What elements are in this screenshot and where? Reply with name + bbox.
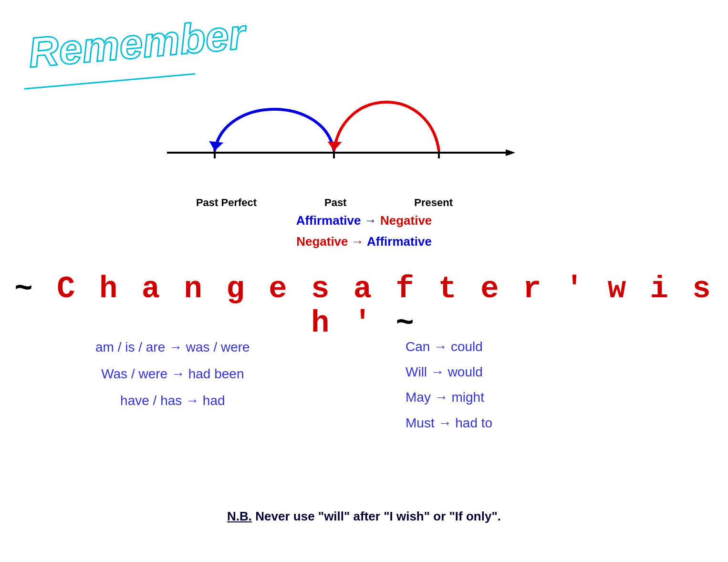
timeline-svg <box>153 57 525 191</box>
changes-left: am / is / are → was / were Was / were → … <box>95 334 250 414</box>
nb-label: N.B. <box>227 509 252 523</box>
aff-neg-section: Affirmative → Negative Negative → Affirm… <box>0 210 728 252</box>
arrow-blue-1: → <box>364 213 380 228</box>
timeline-labels: Past Perfect Past Present <box>162 197 487 209</box>
change-left-1: am / is / are → was / were <box>95 334 250 361</box>
arrow-red-2: → <box>352 234 367 249</box>
aff-neg-line1: Affirmative → Negative <box>0 210 728 231</box>
change-right-3: May → might <box>406 385 492 410</box>
changes-title: ~ C h a n g e s a f t e r ' w i s h ' ~ <box>0 272 728 341</box>
label-past: Past <box>324 197 346 209</box>
affirmative-label-2: Affirmative <box>367 234 432 249</box>
change-right-4: Must → had to <box>406 410 492 436</box>
change-right-2: Will → would <box>406 359 492 385</box>
negative-label-2: Negative <box>296 234 348 249</box>
nb-section: N.B. Never use "will" after "I wish" or … <box>0 509 728 524</box>
change-right-1: Can → could <box>406 334 492 359</box>
change-left-2: Was / were → had been <box>95 361 250 387</box>
label-present: Present <box>414 197 453 209</box>
nb-text: Never use "will" after "I wish" or "If o… <box>252 509 501 523</box>
affirmative-label-1: Affirmative <box>296 213 361 228</box>
label-past-perfect: Past Perfect <box>196 197 257 209</box>
change-left-3: have / has → had <box>95 387 250 414</box>
aff-neg-line2: Negative → Affirmative <box>0 231 728 252</box>
timeline-section: Past Perfect Past Present <box>153 57 525 209</box>
changes-right: Can → could Will → would May → might Mus… <box>406 334 492 436</box>
svg-marker-1 <box>506 149 515 156</box>
svg-marker-6 <box>327 141 342 152</box>
tilde-left: ~ <box>14 272 35 306</box>
negative-label-1: Negative <box>380 213 432 228</box>
